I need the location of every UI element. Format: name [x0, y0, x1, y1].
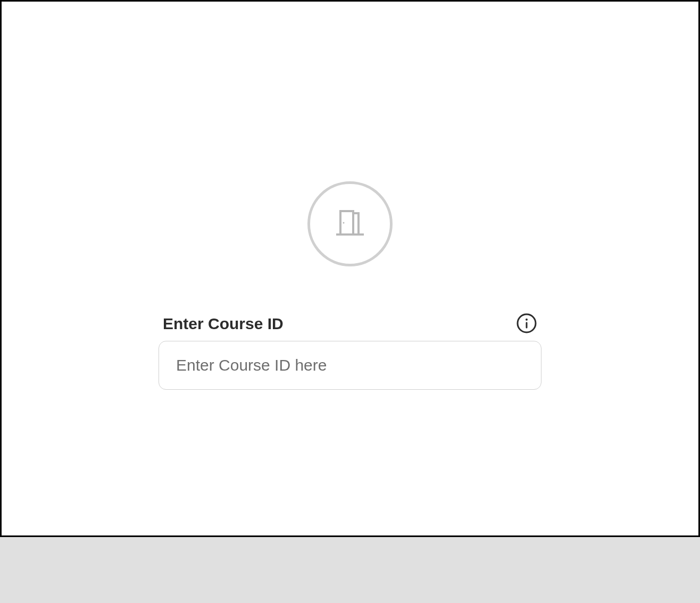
info-button[interactable]: [516, 313, 537, 334]
course-id-input[interactable]: [159, 341, 541, 390]
svg-point-4: [343, 222, 345, 224]
course-id-label-row: Enter Course ID: [159, 313, 541, 334]
svg-rect-0: [340, 211, 353, 234]
hero-icon-circle: [307, 181, 393, 266]
info-icon: [516, 313, 537, 336]
svg-point-6: [526, 319, 528, 321]
door-icon: [335, 208, 365, 240]
course-id-label: Enter Course ID: [163, 315, 284, 333]
main-frame: Enter Course ID: [0, 0, 700, 537]
